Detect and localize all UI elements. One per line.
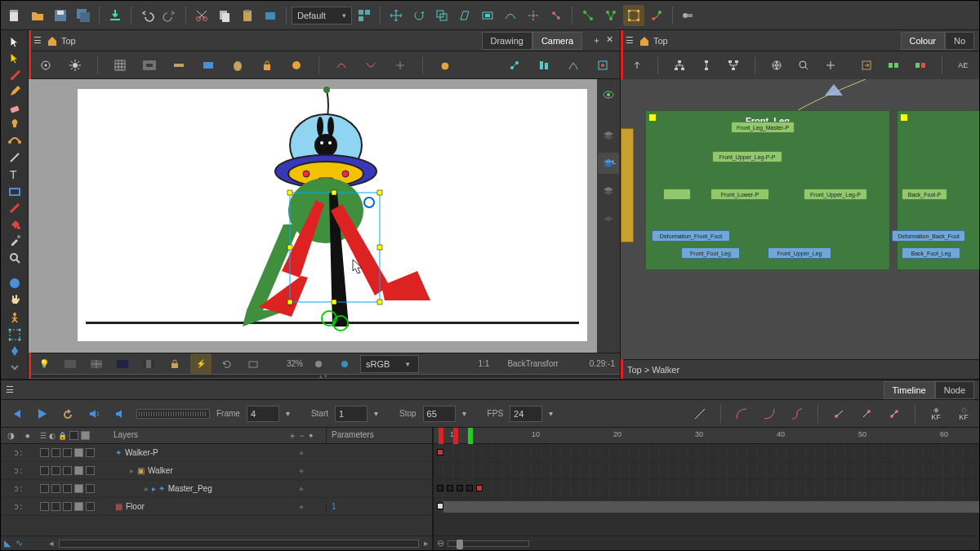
rotate-tool-icon[interactable] — [408, 5, 430, 26]
kf-motion-c-icon[interactable] — [884, 403, 905, 424]
group-enter-icon[interactable] — [857, 55, 875, 76]
workspace-preset-combo[interactable]: Default — [292, 7, 352, 24]
ab-icon[interactable]: AE — [954, 55, 973, 76]
zoom-fit-icon[interactable] — [794, 55, 813, 76]
fps-field[interactable]: 24 — [510, 406, 542, 422]
brush-tool[interactable] — [4, 68, 25, 81]
transform-tool[interactable] — [4, 51, 25, 64]
undo-icon[interactable] — [136, 5, 158, 26]
new-file-icon[interactable] — [4, 5, 25, 26]
workspace-manage-icon[interactable] — [354, 5, 375, 26]
envelope-tool[interactable] — [4, 328, 25, 341]
render-mode-c[interactable] — [112, 353, 133, 375]
track-row[interactable] — [434, 498, 979, 516]
layer-row[interactable]: ɔː ✦ Walker-P ＋ — [1, 444, 432, 462]
layer-stack-a-icon[interactable] — [598, 125, 619, 146]
ease-linear-icon[interactable] — [689, 403, 710, 424]
graph-node[interactable]: Deformation_Back_Foot — [892, 230, 965, 242]
sound-button[interactable] — [84, 404, 104, 424]
onion-skin-icon[interactable] — [227, 55, 248, 76]
open-file-icon[interactable] — [27, 5, 48, 26]
split-grip[interactable] — [29, 374, 620, 379]
add-layer-icon[interactable]: ＋ — [288, 430, 296, 442]
maintain-size-icon[interactable] — [477, 5, 498, 26]
menu-icon[interactable]: ☰ — [6, 384, 14, 395]
ease-a-icon[interactable] — [731, 403, 752, 424]
snap-grid-icon[interactable] — [592, 55, 613, 76]
redo-icon[interactable] — [159, 5, 180, 26]
control-show-icon[interactable] — [390, 55, 411, 76]
copy-icon[interactable] — [214, 5, 235, 26]
breadcrumb[interactable]: Top — [47, 35, 76, 47]
rigging-tool[interactable] — [4, 310, 25, 325]
render-gear-icon[interactable] — [308, 353, 329, 375]
offset-deform-icon[interactable] — [546, 5, 567, 26]
kf-motion-a-icon[interactable] — [828, 403, 849, 424]
frame-field[interactable]: 4 — [247, 406, 279, 422]
close-view-icon[interactable]: ✕ — [604, 33, 615, 48]
solo-col-icon[interactable]: ◐ — [49, 432, 56, 440]
anim-key-icon[interactable] — [678, 5, 699, 26]
morph-tool[interactable] — [4, 277, 25, 290]
tab-drawing[interactable]: Drawing — [482, 32, 532, 50]
contour-tool[interactable] — [4, 134, 25, 147]
node-breadcrumb[interactable]: Top — [639, 35, 668, 47]
start-field[interactable]: 1 — [335, 406, 368, 422]
skew-tool-icon[interactable] — [454, 5, 475, 26]
ease-b-icon[interactable] — [759, 403, 780, 424]
menu-icon[interactable]: ☰ — [626, 35, 634, 46]
rectangle-tool[interactable] — [4, 185, 25, 198]
scroll-left-icon[interactable]: ◂ — [49, 538, 54, 549]
onion-col-icon[interactable]: ◑ — [7, 431, 15, 440]
bone-tool-icon[interactable] — [600, 5, 621, 26]
deform-chain-icon[interactable] — [646, 5, 667, 26]
check2-col-icon[interactable] — [81, 431, 90, 440]
paste-icon[interactable] — [237, 5, 258, 26]
loop-button[interactable] — [58, 404, 78, 424]
node-graph[interactable]: Front_Leg Front_Leg_Master-PFront_Upper_… — [621, 79, 979, 359]
cut-icon[interactable] — [191, 5, 212, 26]
zoom-tool[interactable] — [4, 251, 25, 264]
scroll-right-icon[interactable]: ▸ — [424, 538, 429, 549]
track-row[interactable] — [434, 444, 979, 462]
add-fx-icon[interactable]: ✦ — [308, 432, 314, 440]
camera-viewport[interactable]: L — [29, 79, 620, 353]
gear-icon[interactable] — [65, 55, 86, 76]
render-mode-d[interactable] — [138, 353, 159, 375]
view-menu-icon[interactable] — [35, 55, 56, 76]
graph-node[interactable]: Front_Upper_Leg-P — [804, 189, 867, 200]
kite-tool[interactable] — [4, 344, 25, 358]
hier-b-icon[interactable] — [697, 55, 715, 76]
remove-layer-icon[interactable]: － — [298, 430, 306, 442]
light-table-icon[interactable] — [286, 55, 307, 76]
nav-icon[interactable] — [822, 55, 840, 76]
play-button[interactable] — [32, 404, 51, 424]
dropper-tool[interactable] — [4, 234, 25, 247]
grid-icon[interactable] — [109, 55, 131, 76]
save-icon[interactable] — [50, 5, 71, 26]
jog-shuttle[interactable] — [136, 409, 210, 419]
chevron-down-icon[interactable] — [4, 361, 25, 374]
deform-chain-show-icon[interactable] — [360, 55, 381, 76]
layer-row[interactable]: ɔː ▦ Floor ＋ 1 — [1, 498, 432, 516]
graph-node[interactable] — [663, 189, 691, 200]
deform-show-icon[interactable] — [331, 55, 352, 76]
lock-col-icon[interactable]: ● — [25, 431, 30, 440]
light-bulb-status-icon[interactable]: 💡 — [33, 353, 55, 375]
hand-tool[interactable] — [4, 293, 25, 306]
colorspace-combo[interactable]: sRGB — [360, 355, 419, 373]
sound-scrub-button[interactable] — [110, 404, 130, 424]
graph-node[interactable]: Front_Lower-P — [710, 189, 769, 200]
scale-tool-icon[interactable] — [431, 5, 452, 26]
group-in-icon[interactable] — [884, 55, 902, 76]
stopwatch-icon[interactable] — [434, 55, 456, 76]
timeline-ruler[interactable]: 1102030405060 — [434, 428, 979, 444]
line-tool[interactable] — [4, 150, 25, 163]
graph-node[interactable]: Deformation_Front_Foot — [652, 230, 730, 242]
menu-icon[interactable]: ☰ — [33, 35, 42, 46]
layer-row[interactable]: ɔː ▸ ▣ Walker ＋ — [1, 462, 432, 480]
node-path[interactable]: Top > Walker — [627, 365, 679, 375]
show-curve-icon[interactable]: ∿ — [16, 538, 23, 549]
cutter-tool[interactable] — [4, 202, 25, 215]
first-frame-button[interactable] — [6, 404, 25, 424]
